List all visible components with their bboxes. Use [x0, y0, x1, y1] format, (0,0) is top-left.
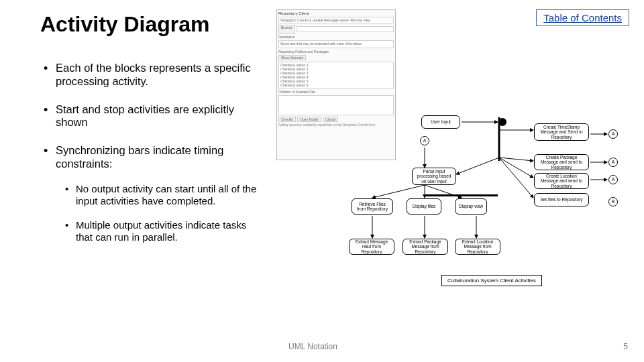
checkin-button: Checkin: [278, 117, 296, 122]
activity-2: Parse input processing based on user inp…: [412, 168, 456, 185]
activity-7: Display view: [455, 198, 487, 215]
panel-tabs: Navigation Checkout Update Messages Admi…: [278, 17, 394, 23]
checkbox-list: Checkbox option 1 Checkbox option 2 Chec…: [278, 62, 394, 88]
page-number: 5: [623, 342, 628, 351]
show-selected-button: Show Selected: [278, 55, 306, 60]
start-node-icon: [498, 118, 506, 126]
browse-button: Browse: [278, 25, 295, 34]
svg-line-3: [456, 158, 499, 174]
activity-4: Create Location Message and send to Repo…: [534, 173, 589, 189]
activity-diagram: User input A Create TimeStamp Message an…: [342, 101, 637, 302]
sub-bullet-2: Multiple output activities indicate task…: [65, 219, 265, 243]
desc-text: Some text that may be extended with more…: [278, 40, 394, 48]
panel-titlebar: Repository Client: [278, 11, 394, 15]
slide-title: Activity Diagram: [40, 12, 210, 37]
activity-1: Create TimeStamp Message and Send to Rep…: [534, 123, 589, 141]
sync-bar-icon: [424, 194, 498, 196]
connector-b-1: B: [608, 197, 618, 206]
open-folder-button: Open Folder: [297, 117, 321, 122]
activity-3: Create Package Message and send to Repos…: [534, 154, 589, 170]
svg-line-5: [499, 158, 533, 178]
svg-line-8: [372, 185, 425, 198]
path-field: [297, 26, 394, 32]
svg-line-4: [499, 158, 533, 161]
bullet-3-text: Synchronizing bars indicate timing const…: [56, 144, 223, 170]
activity-8: Set files to Repository: [534, 193, 589, 206]
connector-a-3: A: [608, 175, 618, 184]
activity-9: Extract Message read from Repository: [349, 239, 394, 255]
bullet-content: Each of the blocks represents a specific…: [44, 62, 265, 258]
connector-a-top: A: [420, 136, 429, 145]
activity-10: Extract Package Message from Repository: [402, 239, 448, 255]
activity-6: Display files: [407, 198, 441, 215]
cancel-button: Cancel: [323, 117, 339, 122]
activity-userinput: User input: [421, 115, 460, 129]
sub-bullet-1: No output activity can start until all o…: [65, 183, 265, 207]
bullet-3: Synchronizing bars indicate timing const…: [44, 144, 265, 243]
folder-label: Repository Folders and Packages: [278, 50, 394, 54]
toc-link[interactable]: Table of Contents: [536, 9, 629, 26]
footer-label: UML Notation: [288, 342, 337, 351]
connector-a-2: A: [608, 158, 618, 167]
activity-11: Extract Location Message from Repository: [455, 239, 500, 255]
diagram-title: Collaboration System Client Activities: [441, 275, 542, 286]
chk-6: Checkbox option 6: [280, 83, 392, 87]
activity-5: Retrieve Files from Repository: [352, 198, 393, 215]
bullet-2: Start and stop activities are explicitly…: [44, 103, 265, 130]
desc-label: Description: [278, 35, 394, 39]
connector-a-1: A: [608, 129, 618, 139]
bullet-1: Each of the blocks represents a specific…: [44, 62, 265, 88]
svg-line-6: [499, 158, 533, 198]
children-label: Children of Selected File: [278, 90, 394, 94]
